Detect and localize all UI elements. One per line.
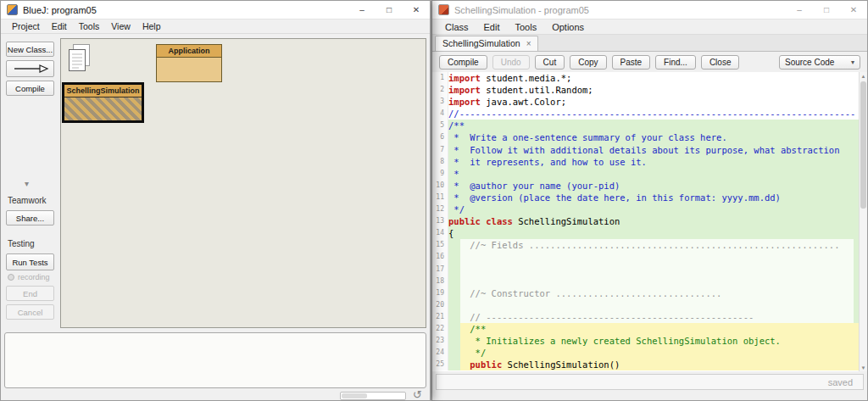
code-line[interactable]: 10 * @author your name (your-pid): [432, 180, 860, 192]
code-text[interactable]: [448, 299, 860, 311]
code-text[interactable]: */: [448, 203, 860, 215]
end-button[interactable]: End: [6, 286, 54, 301]
code-line[interactable]: 16: [432, 251, 860, 263]
menu-project[interactable]: Project: [6, 21, 46, 31]
code-text[interactable]: /**: [448, 120, 860, 131]
code-line[interactable]: 15 //~ Fields ..........................…: [432, 239, 860, 251]
code-line[interactable]: 7 * Follow it with additional details ab…: [432, 144, 860, 156]
menu-view[interactable]: View: [105, 21, 136, 31]
code-line[interactable]: 17: [432, 264, 860, 276]
code-line[interactable]: 12 */: [432, 203, 860, 215]
code-line[interactable]: 19 //~ Constructor .....................…: [432, 287, 860, 299]
new-class-button[interactable]: New Class...: [6, 42, 54, 57]
undo-button[interactable]: Undo: [492, 55, 530, 70]
editor-window: SchellingSimulation - program05 – □ ✕ Cl…: [431, 0, 868, 401]
code-text[interactable]: [448, 251, 860, 263]
inheritance-arrow-button[interactable]: [6, 60, 54, 77]
code-text[interactable]: */: [448, 347, 860, 359]
code-text[interactable]: * Follow it with additional details abou…: [448, 144, 860, 156]
code-text[interactable]: * it represents, and how to use it.: [448, 156, 860, 168]
object-bench[interactable]: [4, 332, 426, 388]
code-line[interactable]: 8 * it represents, and how to use it.: [432, 156, 860, 168]
code-text[interactable]: // -------------------------------------…: [448, 311, 860, 323]
code-text[interactable]: //--------------------------------------…: [448, 108, 860, 120]
code-line[interactable]: 5/**: [432, 120, 860, 131]
code-line[interactable]: 3import java.awt.Color;: [432, 96, 860, 108]
vertical-scrollbar[interactable]: ▲ ▼: [859, 72, 867, 372]
compile-button[interactable]: Compile: [6, 81, 54, 96]
paste-button[interactable]: Paste: [612, 55, 651, 70]
class-box-application[interactable]: Application: [156, 44, 222, 82]
code-text[interactable]: public SchellingSimulation(): [448, 359, 860, 370]
uncompiled-stripes: [64, 97, 142, 120]
code-text[interactable]: {: [448, 227, 860, 239]
scrollbar-thumb[interactable]: [860, 81, 866, 209]
compile-button[interactable]: Compile: [439, 55, 487, 70]
minimize-button[interactable]: –: [348, 1, 376, 19]
code-text[interactable]: //~ Fields .............................…: [448, 239, 860, 251]
code-line[interactable]: 18: [432, 276, 860, 287]
tab-close-icon[interactable]: ×: [526, 39, 531, 48]
titlebar[interactable]: SchellingSimulation - program05 – □ ✕: [432, 1, 867, 19]
code-line[interactable]: 9 *: [432, 168, 860, 180]
class-box-schellingsimulation[interactable]: SchellingSimulation: [62, 82, 144, 123]
code-line[interactable]: 23 * Initializes a newly created Schelli…: [432, 335, 860, 347]
menu-options[interactable]: Options: [544, 22, 592, 32]
menu-edit[interactable]: Edit: [46, 21, 73, 31]
code-text[interactable]: import student.media.*;: [448, 72, 860, 84]
menu-tools[interactable]: Tools: [507, 22, 544, 32]
close-button[interactable]: ✕: [840, 1, 867, 19]
menu-tools[interactable]: Tools: [73, 21, 106, 31]
tab-strip: SchellingSimulation ×: [432, 35, 867, 52]
share-button[interactable]: Share...: [6, 210, 54, 226]
code-text[interactable]: /**: [448, 323, 860, 335]
code-line[interactable]: 22 /**: [432, 323, 860, 335]
code-text[interactable]: * Write a one-sentence summary of your c…: [448, 131, 860, 143]
code-area[interactable]: 1import student.media.*;2import student.…: [432, 72, 860, 372]
code-line[interactable]: 25 public SchellingSimulation(): [432, 359, 860, 370]
copy-button[interactable]: Copy: [570, 55, 606, 70]
code-line[interactable]: 24 */: [432, 347, 860, 359]
maximize-button[interactable]: □: [813, 1, 840, 19]
menu-edit[interactable]: Edit: [476, 22, 508, 32]
code-text[interactable]: * Initializes a newly created SchellingS…: [448, 335, 860, 347]
code-line[interactable]: 11 * @version (place the date here, in t…: [432, 192, 860, 203]
code-line[interactable]: 14{: [432, 227, 860, 239]
code-text[interactable]: import java.awt.Color;: [448, 96, 860, 108]
class-diagram-canvas[interactable]: Application SchellingSimulation: [60, 38, 426, 328]
chevron-down-icon[interactable]: ▾: [25, 179, 29, 188]
code-line[interactable]: 1import student.media.*;: [432, 72, 860, 84]
minimize-button[interactable]: –: [786, 1, 813, 19]
cancel-button[interactable]: Cancel: [6, 304, 54, 320]
scroll-up-icon[interactable]: ▲: [860, 72, 867, 81]
run-tests-button[interactable]: Run Tests: [6, 253, 54, 270]
scrollbar-thumb[interactable]: [342, 393, 367, 398]
code-text[interactable]: [448, 276, 860, 287]
code-line[interactable]: 4//-------------------------------------…: [432, 108, 860, 120]
code-line[interactable]: 2import student.util.Random;: [432, 84, 860, 96]
code-line[interactable]: 21 // ----------------------------------…: [432, 311, 860, 323]
code-text[interactable]: public class SchellingSimulation: [448, 215, 860, 227]
code-line[interactable]: 13public class SchellingSimulation: [432, 215, 860, 227]
find-button[interactable]: Find...: [655, 55, 696, 70]
horizontal-scrollbar[interactable]: [340, 392, 406, 400]
code-text[interactable]: * @author your name (your-pid): [448, 180, 860, 192]
code-line[interactable]: 6 * Write a one-sentence summary of your…: [432, 131, 860, 143]
code-text[interactable]: //~ Constructor ........................…: [448, 287, 860, 299]
close-button[interactable]: Close: [701, 55, 740, 70]
maximize-button[interactable]: □: [376, 1, 403, 19]
code-line[interactable]: 20: [432, 299, 860, 311]
code-text[interactable]: * @version (place the date here, in this…: [448, 192, 860, 203]
cut-button[interactable]: Cut: [535, 55, 565, 70]
tab-schellingsimulation[interactable]: SchellingSimulation ×: [435, 36, 538, 51]
titlebar[interactable]: BlueJ: program05 – □ ✕: [1, 1, 430, 19]
code-text[interactable]: *: [448, 168, 860, 180]
code-text[interactable]: import student.util.Random;: [448, 84, 860, 96]
view-mode-dropdown[interactable]: Source Code ▾: [779, 55, 860, 70]
menu-class[interactable]: Class: [437, 22, 476, 32]
close-button[interactable]: ✕: [403, 1, 430, 19]
readme-note-icon[interactable]: [68, 44, 92, 73]
menu-help[interactable]: Help: [136, 21, 167, 31]
code-text[interactable]: [448, 264, 860, 276]
reset-vm-icon[interactable]: ↺: [413, 388, 422, 401]
